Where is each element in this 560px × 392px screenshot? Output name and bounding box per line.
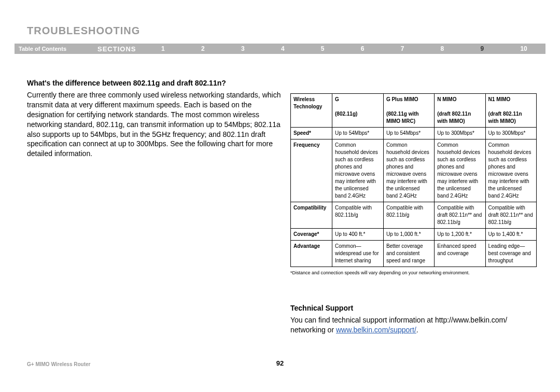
cell-advantage-n1mimo: Leading edge—best coverage and throughpu… <box>485 241 536 267</box>
nav-link-1[interactable]: 1 <box>159 45 167 52</box>
comparison-table-wrap: Wireless Technology G (802.11g) G Plus M… <box>290 93 537 275</box>
table-row: Advantage Common—widespread use for Inte… <box>291 241 537 267</box>
cell-advantage-nmimo: Enhanced speed and coverage <box>435 241 485 267</box>
cell-coverage-n1mimo: Up to 1,400 ft.* <box>485 229 536 241</box>
nav-link-6[interactable]: 6 <box>359 45 367 52</box>
footer-page-number: 92 <box>0 359 560 367</box>
nav-link-9[interactable]: 9 <box>478 45 486 52</box>
table-row: Frequency Common household devices such … <box>291 139 537 202</box>
section-heading: What's the difference between 802.11g an… <box>27 79 281 87</box>
nav-link-4[interactable]: 4 <box>279 45 287 52</box>
cell-coverage-gplus: Up to 1,000 ft.* <box>383 229 434 241</box>
left-column: What's the difference between 802.11g an… <box>27 79 281 159</box>
nav-toc-link[interactable]: Table of Contents <box>15 46 97 52</box>
page-title: TROUBLESHOOTING <box>27 25 140 37</box>
tech-support-text: You can find technical support informati… <box>290 315 537 335</box>
tech-support-line2: networking or <box>290 326 336 334</box>
cell-frequency-gplus: Common household devices such as cordles… <box>383 139 434 202</box>
table-row: Coverage* Up to 400 ft.* Up to 1,000 ft.… <box>291 229 537 241</box>
cell-compat-g: Compatible with 802.11b/g <box>332 202 384 229</box>
header-g: G (802.11g) <box>332 94 384 128</box>
table-row: Speed* Up to 54Mbps* Up to 54Mbps* Up to… <box>291 128 537 139</box>
row-compat-label: Compatibility <box>291 202 332 229</box>
tech-support-section: Technical Support You can find technical… <box>290 304 537 335</box>
cell-coverage-nmimo: Up to 1,200 ft.* <box>435 229 485 241</box>
cell-compat-n1mimo: Compatible with draft 802.11n** and 802.… <box>485 202 536 229</box>
header-n1mimo: N1 MIMO (draft 802.11n with MIMO) <box>485 94 536 128</box>
cell-frequency-nmimo: Common household devices such as cordles… <box>435 139 485 202</box>
cell-advantage-g: Common—widespread use for Internet shari… <box>332 241 384 267</box>
cell-speed-n1mimo: Up to 300Mbps* <box>485 128 536 139</box>
nav-bar: Table of Contents SECTIONS 1 2 3 4 5 6 7… <box>15 44 545 54</box>
nav-link-7[interactable]: 7 <box>399 45 407 52</box>
row-speed-label: Speed* <box>291 128 332 139</box>
row-frequency-label: Frequency <box>291 139 332 202</box>
cell-coverage-g: Up to 400 ft.* <box>332 229 384 241</box>
nav-links: 1 2 3 4 5 6 7 8 9 10 <box>143 45 545 52</box>
table-footnote: *Distance and connection speeds will var… <box>290 270 537 275</box>
cell-speed-nmimo: Up to 300Mbps* <box>435 128 485 139</box>
cell-frequency-g: Common household devices such as cordles… <box>332 139 384 202</box>
cell-advantage-gplus: Better coverage and consistent speed and… <box>383 241 434 267</box>
tech-support-period: . <box>416 326 418 334</box>
cell-compat-nmimo: Compatible with draft 802.11n** and 802.… <box>435 202 485 229</box>
nav-sections-label: SECTIONS <box>97 45 143 53</box>
header-nmimo: N MIMO (draft 802.11n with MIMO) <box>435 94 485 128</box>
cell-speed-g: Up to 54Mbps* <box>332 128 384 139</box>
header-technology: Wireless Technology <box>291 94 332 128</box>
nav-link-2[interactable]: 2 <box>199 45 207 52</box>
cell-speed-gplus: Up to 54Mbps* <box>383 128 434 139</box>
nav-link-10[interactable]: 10 <box>518 45 529 52</box>
header-gplus: G Plus MIMO (802.11g with MIMO MRC) <box>383 94 434 128</box>
nav-link-3[interactable]: 3 <box>239 45 247 52</box>
support-link[interactable]: www.belkin.com/support/ <box>336 326 416 334</box>
cell-compat-gplus: Compatible with 802.11b/g <box>383 202 434 229</box>
row-advantage-label: Advantage <box>291 241 332 267</box>
nav-link-8[interactable]: 8 <box>439 45 446 52</box>
table-header-row: Wireless Technology G (802.11g) G Plus M… <box>291 94 537 128</box>
comparison-table: Wireless Technology G (802.11g) G Plus M… <box>290 93 537 267</box>
section-paragraph: Currently there are three commonly used … <box>27 90 281 159</box>
row-coverage-label: Coverage* <box>291 229 332 241</box>
table-row: Compatibility Compatible with 802.11b/g … <box>291 202 537 229</box>
nav-link-5[interactable]: 5 <box>319 45 327 52</box>
tech-support-heading: Technical Support <box>290 304 537 312</box>
tech-support-line1: You can find technical support informati… <box>290 316 507 324</box>
cell-frequency-n1mimo: Common household devices such as cordles… <box>485 139 536 202</box>
